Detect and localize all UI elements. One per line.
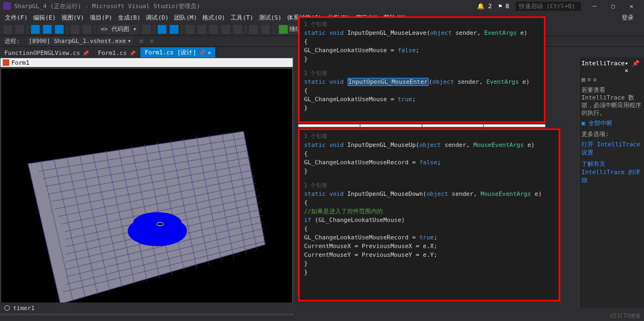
tb-icon-9[interactable] [261,25,270,34]
tab-form1design[interactable]: Form1.cs [设计]📌✕ [140,47,216,58]
tab-form1cs[interactable]: Form1.cs📌 [94,48,140,58]
form-title-text: Form1 [11,59,29,66]
close-icon[interactable]: ✕ [208,50,211,55]
stack-icon[interactable]: ≡ [150,38,154,45]
nav-fwd-icon[interactable] [15,25,24,34]
code-overlay-2: 1 个引用 static void InputOpenGL_MouseUp(ob… [298,128,560,301]
close-button[interactable]: ✕ [622,3,641,10]
watermark: ©51CTO博客 [610,312,641,320]
pause-icon[interactable] [31,25,40,34]
pin-icon[interactable]: 📌 [199,50,205,55]
maximize-button[interactable]: ▢ [604,3,622,10]
tb-icon[interactable]: ▦ [581,76,585,83]
tb-icon-7[interactable] [233,25,242,34]
menu-view[interactable]: 视图(V) [60,13,86,22]
quick-launch[interactable]: 快速启动 (Ctrl+Q) [516,2,581,11]
code-overlay-1: 1 个引用 static void InputOpenGL_MouseLeave… [298,16,546,123]
undo-icon[interactable] [71,25,79,34]
menu-tools[interactable]: 工具(T) [229,13,255,22]
codelens-ref[interactable]: 1 个引用 [304,20,540,29]
nav-back-icon[interactable] [3,25,12,34]
window-title: SharpGL_4 (正在运行) - Microsoft Visual Stud… [14,2,200,10]
panel-msg: 若要查看 IntelliTrace 数据，必须中断应用程序的执行。 [581,87,642,117]
process-label: 进程: [4,37,20,45]
redo-icon[interactable] [83,25,91,34]
tray-item[interactable]: timer1 [13,305,35,312]
menu-test[interactable]: 测试(S) [257,13,283,22]
codelens-ref[interactable]: 1 个引用 [304,132,554,141]
opengl-viewport[interactable] [1,68,293,308]
lock-icon [4,305,10,311]
menu-format[interactable]: 格式(O) [201,13,227,22]
panel-title: IntelliTrace [581,60,624,74]
pin-icon[interactable]: 📌 [129,51,135,56]
highlighted-symbol[interactable]: InputOpenGL_MouseEnter [348,78,429,86]
tb-icon-1[interactable] [158,25,166,34]
tab-functionview[interactable]: FunctionOPENGLView.cs📌 [0,48,94,58]
tb-icon[interactable]: ⚙ [593,76,597,83]
form-icon [3,59,9,66]
intellitrace-panel: IntelliTrace▾ 📌 ✕ ▦≡⚙ 若要查看 IntelliTrace … [579,58,644,308]
tb-icon[interactable]: ≡ [587,76,591,83]
flag-badge[interactable]: ⚑ 8 [498,3,509,10]
notification-badge[interactable]: 🔔 2 [477,3,492,10]
menu-file[interactable]: 文件(F) [3,13,29,22]
tb-icon-2[interactable] [170,25,178,34]
more-label: 更多选项: [581,131,642,138]
menu-team[interactable]: 团队(M) [172,13,199,22]
codelens-ref[interactable]: 1 个引用 [304,69,540,78]
break-all-link[interactable]: ▣ 全部中断 [581,119,642,127]
component-tray: timer1 [0,303,294,313]
codelens-ref[interactable]: 1 个引用 [304,181,554,190]
tb-icon-6[interactable] [221,25,230,34]
vs-icon [3,2,11,10]
svg-point-40 [157,223,163,226]
stop-icon[interactable] [43,25,52,34]
tb-icon-3[interactable] [185,25,194,34]
menu-debug[interactable]: 调试(D) [144,13,170,22]
tb-icon-5[interactable] [209,25,218,34]
tb-icon-4[interactable] [197,25,206,34]
panel-pin-icon[interactable]: ▾ 📌 ✕ [624,60,642,74]
form-titlebar: Form1 [0,58,293,67]
pin-icon[interactable]: 📌 [83,51,89,56]
menu-project[interactable]: 项目(P) [88,13,114,22]
peek-tabs[interactable] [298,124,546,127]
login-link[interactable]: 登录 [620,13,635,22]
menu-build[interactable]: 生成(B) [116,13,143,22]
settings-link[interactable]: 打开 IntelliTrace 设置 [581,140,642,157]
learn-link[interactable]: 了解有关 IntelliTrace 的详细 [581,160,642,184]
minimize-button[interactable]: ─ [585,3,604,10]
menu-edit[interactable]: 编辑(E) [32,13,58,22]
process-dropdown[interactable]: [8900] SharpGL_1.vshost.exe ▾ [27,37,133,45]
restart-icon[interactable] [55,25,64,34]
thread-icon[interactable]: ⊞ [140,38,144,45]
tool-icon[interactable] [142,25,151,34]
tb-icon-8[interactable] [249,25,258,34]
designer-pane: Form1 [0,58,294,316]
codemap-dropdown[interactable]: <> 代码图 ▾ [98,24,139,34]
title-bar: SharpGL_4 (正在运行) - Microsoft Visual Stud… [0,0,644,12]
